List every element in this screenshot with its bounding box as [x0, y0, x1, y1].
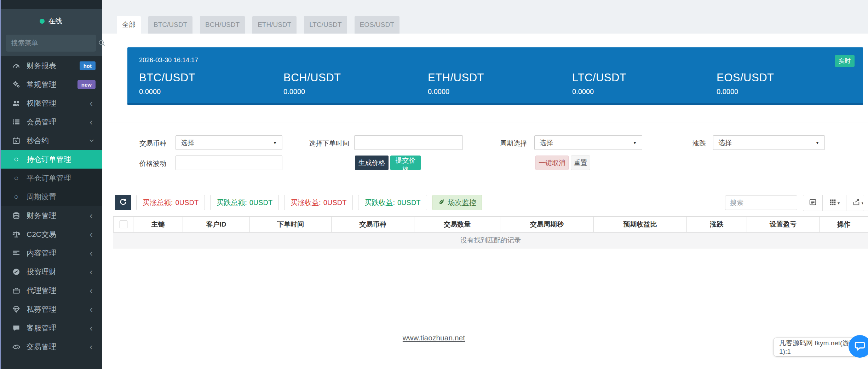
cycle-select-value: 选择: [540, 138, 553, 147]
sidebar-item-closed-orders[interactable]: ○ 平仓订单管理: [0, 169, 102, 187]
submit-price-button[interactable]: 提交价格: [390, 156, 421, 170]
sidebar-item-customer-service[interactable]: 客服管理 ‹: [0, 318, 102, 337]
sidebar-item-label: 秒合约: [27, 136, 49, 146]
sidebar-item-investment[interactable]: 投资理财 ‹: [0, 262, 102, 281]
toggle-view-button[interactable]: [803, 195, 823, 211]
pair-quote: BTC/USDT 0.0000: [139, 71, 283, 96]
coin-select[interactable]: 选择 ▼: [176, 135, 282, 150]
search-icon[interactable]: [98, 39, 106, 47]
order-time-label: 选择下单时间: [309, 139, 349, 148]
stat-value: 0USDT: [249, 199, 273, 207]
tab-eos-usdt[interactable]: EOS/USDT: [355, 16, 399, 34]
gem-icon: [11, 305, 22, 314]
comment-icon: [11, 324, 22, 332]
updown-select[interactable]: 选择 ▼: [713, 135, 825, 150]
sidebar-item-members[interactable]: 会员管理 ‹: [0, 112, 102, 131]
buy-up-total: 买涨总额: 0USDT: [136, 195, 205, 210]
banner-timestamp: 2026-03-30 16:14:17: [139, 57, 198, 64]
sidebar-item-private-fund[interactable]: 私募管理 ‹: [0, 300, 102, 318]
select-all-cell: [113, 217, 133, 232]
sidebar-item-finance-admin[interactable]: 财务管理 ‹: [0, 206, 102, 225]
sidebar-item-content-admin[interactable]: 内容管理 ‹: [0, 244, 102, 262]
pair-price: 0.0000: [428, 88, 572, 96]
tab-bch-usdt[interactable]: BCH/USDT: [200, 16, 245, 34]
pair-quote: LTC/USDT 0.0000: [572, 71, 717, 96]
col-primary-key: 主键: [133, 217, 183, 232]
chat-bubble-icon: [853, 339, 867, 354]
sidebar-item-agents[interactable]: 代理管理 ‹: [0, 281, 102, 300]
chevron-left-icon: ‹: [90, 248, 93, 258]
chat-launcher-button[interactable]: [849, 335, 868, 358]
columns-grid-icon: [829, 199, 836, 207]
database-icon: [11, 211, 22, 220]
main-content: 全部 BTC/USDT BCH/USDT ETH/USDT LTC/USDT E…: [102, 0, 868, 369]
sidebar-item-label: 会员管理: [27, 117, 56, 127]
list-alt-icon: [809, 198, 817, 207]
sidebar-item-c2c-trade[interactable]: C2C交易 ‹: [0, 225, 102, 244]
gauge-icon: [11, 62, 22, 70]
table-search-input[interactable]: [725, 195, 797, 210]
chevron-left-icon: ‹: [90, 267, 93, 276]
cycle-select[interactable]: 选择 ▼: [534, 135, 642, 150]
left-scroll-edge: [0, 0, 1, 369]
chevron-left-icon: ‹: [90, 342, 93, 351]
tab-eth-usdt[interactable]: ETH/USDT: [252, 16, 297, 34]
sidebar-item-general-admin[interactable]: 常规管理 new: [0, 75, 102, 94]
order-time-input[interactable]: [354, 135, 463, 150]
pair-price: 0.0000: [717, 88, 861, 96]
sidebar-item-label: 客服管理: [27, 323, 56, 333]
sidebar-header: 在线: [0, 9, 102, 56]
generate-price-button[interactable]: 生成价格: [355, 156, 389, 170]
sidebar-item-permissions[interactable]: 权限管理 ‹: [0, 94, 102, 112]
sidebar-item-finance-report[interactable]: 财务报表 hot: [0, 56, 102, 75]
chevron-left-icon: ‹: [90, 286, 93, 295]
caret-down-icon: ▼: [815, 140, 820, 145]
pair-quote: BCH/USDT 0.0000: [283, 71, 428, 96]
sidebar-item-open-orders[interactable]: ○ 持仓订单管理: [0, 150, 102, 169]
session-monitor-button[interactable]: 场次监控: [432, 195, 482, 210]
sidebar-item-trade-admin[interactable]: 交易管理 ‹: [0, 337, 102, 356]
stat-value: 0USDT: [176, 199, 199, 207]
select-all-checkbox[interactable]: [120, 221, 127, 228]
tab-btc-usdt[interactable]: BTC/USDT: [148, 16, 192, 34]
tab-ltc-usdt[interactable]: LTC/USDT: [304, 16, 347, 34]
pair-symbol: BTC/USDT: [139, 71, 283, 84]
price-wave-input[interactable]: [176, 156, 282, 170]
new-badge: new: [77, 80, 96, 89]
sidebar-item-label: C2C交易: [27, 229, 56, 239]
menu-search-input[interactable]: [6, 39, 98, 47]
col-amount: 交易数量: [414, 217, 500, 232]
sidebar-item-second-contract[interactable]: 秒合约 ‹: [0, 131, 102, 150]
sidebar-item-label: 平仓订单管理: [27, 173, 71, 183]
sidebar-item-cycle-settings[interactable]: ○ 周期设置: [0, 187, 102, 206]
col-updown: 涨跌: [686, 217, 747, 232]
columns-button[interactable]: ▾: [822, 195, 846, 211]
sidebar: 在线 财务报表 hot 常规管理 new 权限管理 ‹ 会员管理 ‹: [0, 0, 102, 369]
col-profit-setting: 设置盈亏: [747, 217, 819, 232]
pair-price: 0.0000: [572, 88, 717, 96]
chevron-left-icon: ‹: [90, 99, 93, 108]
sidebar-item-label: 周期设置: [27, 192, 56, 202]
sidebar-item-label: 财务管理: [27, 211, 56, 221]
stat-label: 买涨收益:: [291, 198, 321, 207]
refresh-icon: [119, 198, 127, 207]
invest-circle-icon: [11, 268, 22, 276]
caret-down-icon: ▼: [273, 140, 277, 145]
refresh-button[interactable]: [115, 195, 131, 210]
pair-symbol: BCH/USDT: [283, 71, 428, 84]
circle-o-icon: ○: [11, 154, 22, 164]
live-badge: 实时: [835, 55, 855, 67]
buy-up-profit: 买涨收益: 0USDT: [284, 195, 353, 210]
cancel-all-button[interactable]: 一键取消: [535, 156, 569, 170]
stat-label: 买跌总额:: [217, 198, 247, 207]
stat-label: 买涨总额:: [143, 198, 173, 207]
chevron-left-icon: ‹: [90, 117, 93, 127]
reset-button[interactable]: 重置: [571, 156, 590, 170]
col-actions: 操作: [819, 217, 868, 232]
handshake-icon: [11, 342, 22, 351]
leaf-icon: [438, 198, 445, 207]
buy-down-profit: 买跌收益: 0USDT: [358, 195, 427, 210]
chevron-left-icon: ‹: [90, 305, 93, 314]
tab-all[interactable]: 全部: [117, 16, 141, 34]
clock-toolbar-button[interactable]: [863, 195, 868, 211]
